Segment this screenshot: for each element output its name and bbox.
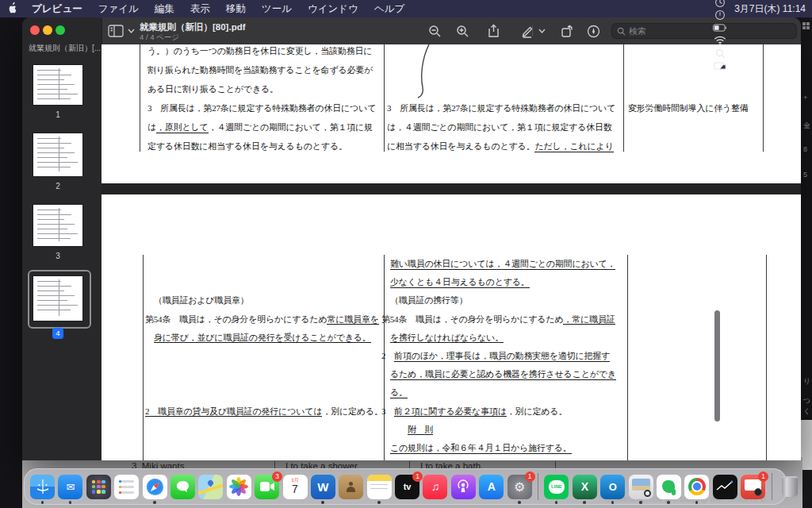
window-title: 就業規則（新旧）[80].pdf — [140, 21, 246, 33]
reminders-icon — [114, 475, 139, 499]
zoom-button[interactable] — [56, 25, 65, 35]
search-placeholder: 検索 — [629, 25, 646, 37]
thumbnail-sidebar: 就業規則（新旧）[... 1234 — [22, 17, 102, 460]
dock-messages[interactable] — [170, 475, 195, 499]
highlight-button[interactable] — [584, 23, 603, 39]
thumbnail-label: 3 — [33, 252, 82, 260]
markup-pen-button[interactable] — [518, 23, 537, 39]
dock-settings[interactable]: ⚙1 — [508, 475, 532, 499]
pdf-page-4: 難い職員の休日については，４週間ごとの期間において，少なくとも４日与えるものとす… — [102, 194, 801, 460]
dock-preview[interactable] — [629, 475, 653, 499]
dock-reminders[interactable] — [114, 475, 139, 499]
dock-facetime[interactable]: 3 — [255, 475, 279, 499]
dock-stocks[interactable] — [713, 475, 737, 499]
zoom-out-button[interactable] — [425, 23, 444, 39]
menu-5[interactable]: 移動 — [218, 3, 254, 14]
menu-2[interactable]: ファイル — [90, 3, 147, 14]
document-text-line: 少なくとも４日与えるものとする。 — [390, 276, 530, 288]
sidebar-document-title: 就業規則（新旧）[... — [29, 43, 102, 54]
running-indicator-dot — [611, 501, 615, 504]
document-text-line: 第54条 職員は，その身分を明らかにするため，常に職員証 — [381, 314, 615, 325]
document-text-line: ある日に割り振ることができる。 — [147, 83, 278, 95]
preview-icon — [629, 475, 653, 499]
dock-appstore[interactable]: A — [479, 475, 504, 499]
dock-launchpad[interactable] — [86, 475, 111, 499]
messages-icon — [170, 475, 195, 499]
dock-trash[interactable] — [778, 475, 802, 499]
dock-maps[interactable] — [198, 475, 223, 499]
dock-photos[interactable] — [227, 475, 251, 499]
power-status-icon[interactable] — [713, 9, 727, 21]
notes-icon — [367, 475, 392, 499]
close-button[interactable] — [30, 25, 40, 35]
rotate-button[interactable] — [557, 23, 576, 39]
dock-safari[interactable] — [143, 475, 167, 499]
running-indicator-dot — [667, 501, 670, 504]
mail-icon: ✉ — [58, 475, 82, 499]
menu-6[interactable]: ツール — [254, 3, 300, 14]
zoom-in-button[interactable] — [453, 23, 472, 39]
clock-status-icon[interactable] — [713, 0, 727, 9]
apple-menu-icon[interactable] — [0, 2, 24, 16]
document-text-line: う。）のうち一つの勤務日を休日に変更し，当該勤務日に — [147, 45, 372, 57]
spotlight-status-icon[interactable] — [713, 47, 727, 60]
markup-chevron-button[interactable] — [536, 23, 547, 39]
dock-finder[interactable] — [30, 475, 55, 499]
menu-3[interactable]: 編集 — [147, 3, 182, 14]
dock-tv[interactable]: tv1 — [395, 475, 419, 499]
preview-window: 就業規則（新旧）[... 1234 就業規則（新旧）[80].pdf 4 / 4… — [22, 17, 801, 460]
page-thumbnail-3[interactable] — [33, 205, 82, 246]
menu-4[interactable]: 表示 — [182, 3, 218, 14]
dock-mail[interactable]: ✉ — [58, 475, 82, 499]
line-icon: LINE — [544, 475, 569, 499]
maps-icon — [198, 475, 223, 499]
dock-music[interactable]: ♫ — [423, 475, 447, 499]
vertical-scrollbar[interactable] — [714, 310, 720, 421]
menu-bar: プレビューファイル編集表示移動ツールウインドウヘルプ あ 3月7日(木) 11:… — [0, 0, 812, 17]
background-window-patch — [801, 420, 812, 470]
wifi-status-icon[interactable] — [713, 34, 727, 47]
document-text-line: る。 — [390, 387, 408, 398]
launchpad-icon — [86, 475, 111, 499]
background-char: + — [803, 94, 807, 102]
selected-page-badge: 4 — [52, 328, 63, 339]
document-text-line: るため，職員に必要と認める機器を携行させることができ — [390, 368, 616, 380]
document-text-line: 変形労働時間制導入に伴う整備 — [628, 102, 749, 114]
background-char: り — [803, 376, 810, 387]
page-thumbnail-4[interactable] — [33, 276, 82, 321]
dock-calendar[interactable]: 3月7 — [283, 475, 308, 499]
document-text-line: 3 所属長は，第27条に規定する特殊勤務者の休日について — [387, 102, 615, 114]
menu-7[interactable]: ウインドウ — [300, 3, 366, 14]
menu-8[interactable]: ヘルプ — [366, 3, 412, 14]
dock-notes[interactable] — [367, 475, 392, 499]
document-text-line: 2 職員章の貸与及び職員証の発行については，別に定める。 — [145, 406, 383, 418]
dock-evernote[interactable] — [657, 475, 681, 499]
background-char: 5 — [803, 171, 807, 179]
pen-annotation — [416, 44, 439, 100]
dock-outlook[interactable]: O — [600, 475, 625, 499]
running-indicator-dot — [518, 501, 521, 504]
page-thumbnail-1[interactable] — [33, 65, 82, 105]
menu-1[interactable]: プレビュー — [24, 3, 90, 14]
dock-chrome[interactable] — [684, 475, 709, 499]
document-text-line: （職員証の携行等） — [390, 294, 467, 306]
page-thumbnail-2[interactable] — [33, 133, 82, 176]
share-button[interactable] — [484, 23, 503, 39]
dock-line[interactable]: LINE — [544, 475, 569, 499]
running-indicator-dot — [377, 501, 381, 504]
outlook-icon: O — [600, 475, 625, 499]
word-icon: W — [311, 475, 335, 499]
chrome-icon — [684, 475, 709, 499]
dock-contacts[interactable] — [339, 475, 363, 499]
menubar-clock[interactable]: 3月7日(木) 11:14 — [734, 2, 806, 16]
background-char: つく — [803, 396, 812, 417]
display-status-icon[interactable] — [713, 60, 727, 72]
minimize-button[interactable] — [43, 25, 52, 35]
dock-photobooth[interactable]: 1 — [741, 475, 765, 499]
dock-podcasts[interactable] — [451, 475, 476, 499]
battery-status-icon[interactable] — [713, 21, 727, 34]
dock-excel[interactable]: X — [573, 475, 597, 499]
sidebar-toggle-button[interactable] — [108, 25, 135, 37]
dock-word[interactable]: W — [311, 475, 335, 499]
notification-badge: 1 — [758, 471, 768, 482]
